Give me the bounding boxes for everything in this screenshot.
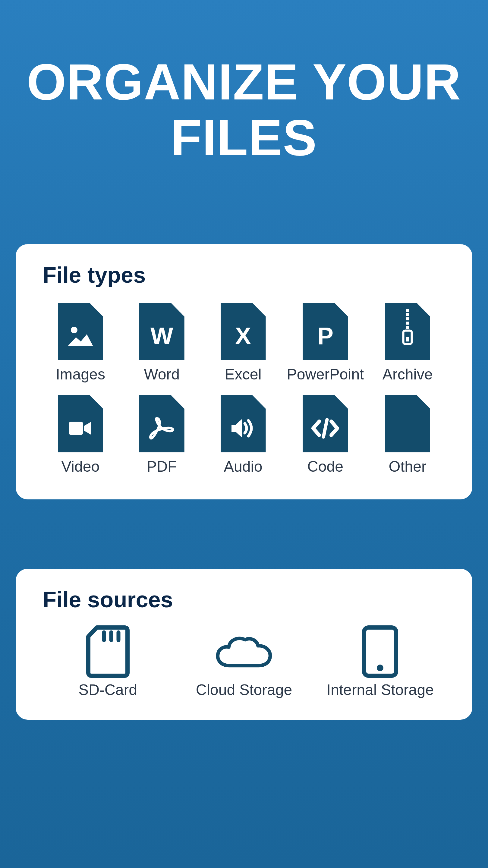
svg-point-14 (377, 664, 384, 671)
svg-rect-8 (69, 422, 83, 435)
sdcard-icon (78, 627, 138, 676)
file-type-label: Excel (224, 366, 261, 383)
file-type-label: PDF (147, 458, 177, 475)
image-file-icon (58, 303, 103, 360)
file-type-powerpoint[interactable]: P PowerPoint (287, 303, 364, 383)
file-type-label: Other (389, 458, 427, 475)
svg-point-0 (71, 327, 78, 333)
file-types-title: File types (43, 262, 445, 288)
file-source-internal[interactable]: Internal Storage (315, 627, 445, 699)
video-file-icon (58, 395, 103, 453)
file-source-label: Cloud Storage (196, 681, 293, 699)
cloud-icon (214, 627, 274, 676)
file-type-word[interactable]: W Word (124, 303, 200, 383)
svg-rect-7 (406, 337, 409, 341)
file-types-grid: Images W Word X Excel P PowerPoint (43, 303, 445, 475)
other-file-icon (385, 395, 430, 453)
code-file-icon (303, 395, 348, 453)
svg-rect-3 (406, 317, 409, 320)
file-source-cloud[interactable]: Cloud Storage (179, 627, 309, 699)
file-source-label: SD-Card (79, 681, 137, 699)
file-types-card: File types Images W Word X (16, 244, 472, 499)
file-source-label: Internal Storage (327, 681, 434, 699)
file-type-label: PowerPoint (287, 366, 364, 383)
file-type-label: Code (307, 458, 344, 475)
file-type-images[interactable]: Images (43, 303, 118, 383)
phone-icon (350, 627, 410, 676)
file-type-excel[interactable]: X Excel (206, 303, 281, 383)
powerpoint-file-icon: P (303, 303, 348, 360)
file-type-label: Word (144, 366, 180, 383)
audio-file-icon (221, 395, 266, 453)
file-type-video[interactable]: Video (43, 395, 118, 475)
svg-rect-2 (406, 313, 409, 316)
archive-file-icon (385, 303, 430, 360)
file-type-audio[interactable]: Audio (206, 395, 281, 475)
excel-file-icon: X (221, 303, 266, 360)
file-sources-grid: SD-Card Cloud Storage Internal Storage (43, 627, 445, 699)
file-type-code[interactable]: Code (287, 395, 364, 475)
svg-rect-1 (406, 309, 409, 312)
page-title: ORGANIZE YOUR FILES (0, 0, 488, 166)
svg-rect-5 (406, 326, 409, 329)
file-type-other[interactable]: Other (370, 395, 445, 475)
file-type-label: Archive (383, 366, 433, 383)
file-sources-title: File sources (43, 587, 445, 613)
file-sources-card: File sources SD-Card Cloud Storage (16, 569, 472, 720)
pdf-file-icon (139, 395, 184, 453)
file-source-sdcard[interactable]: SD-Card (43, 627, 173, 699)
word-file-icon: W (139, 303, 184, 360)
file-type-label: Video (61, 458, 99, 475)
file-type-pdf[interactable]: PDF (124, 395, 200, 475)
svg-line-9 (324, 420, 327, 437)
file-type-archive[interactable]: Archive (370, 303, 445, 383)
file-type-label: Images (56, 366, 105, 383)
file-type-label: Audio (224, 458, 263, 475)
svg-rect-4 (406, 321, 409, 324)
